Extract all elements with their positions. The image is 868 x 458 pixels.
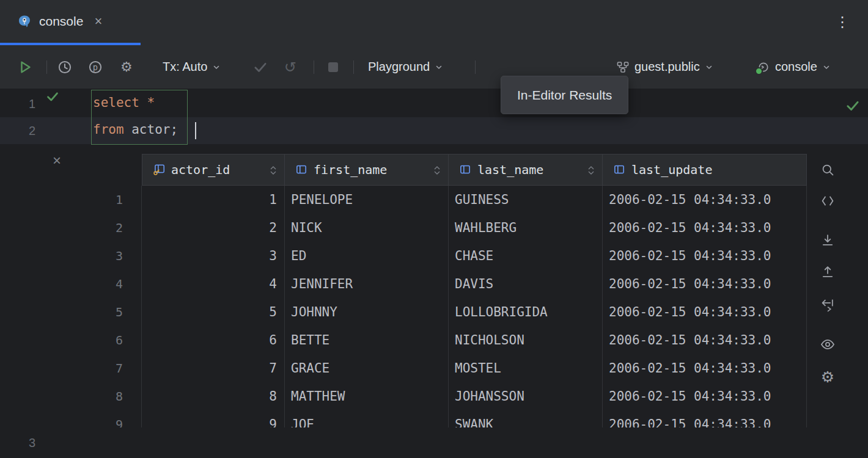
session-selector[interactable]: console (757, 45, 831, 89)
export-data-icon[interactable] (818, 230, 837, 250)
cell-actor-id[interactable]: 5 (142, 298, 285, 326)
row-number[interactable]: 8 (92, 382, 142, 410)
cell-actor-id[interactable]: 1 (142, 186, 285, 214)
cell-last-update[interactable]: 2006-02-15 04:34:33.0 (603, 382, 807, 410)
schema-label: guest.public (634, 60, 700, 74)
rollback-icon[interactable]: ↺ (284, 45, 296, 89)
more-options-icon[interactable]: ⋮ (835, 15, 850, 29)
cell-last-update[interactable]: 2006-02-15 04:34:33.0 (603, 242, 807, 270)
cell-last-update[interactable]: 2006-02-15 04:34:33.0 (603, 186, 807, 214)
cell-last-name[interactable]: NICHOLSON (449, 326, 603, 354)
stop-button[interactable] (328, 45, 338, 89)
row-number[interactable]: 7 (92, 354, 142, 382)
tx-mode-label: Tx: Auto (163, 60, 207, 74)
cell-last-name[interactable]: GUINESS (449, 186, 603, 214)
tx-mode-dropdown[interactable]: Tx: Auto (163, 45, 221, 89)
row-number[interactable]: 1 (92, 186, 142, 214)
schema-selector[interactable]: guest.public (616, 45, 713, 89)
column-header-first-name[interactable]: first_name (285, 154, 449, 186)
cell-actor-id[interactable]: 6 (142, 326, 285, 354)
tab-close-icon[interactable]: × (94, 15, 102, 28)
text-caret (195, 122, 196, 139)
table-row[interactable]: 22NICKWAHLBERG2006-02-15 04:34:33.0 (92, 214, 807, 242)
cell-last-name[interactable]: SWANK (449, 410, 603, 427)
cell-first-name[interactable]: MATTHEW (285, 382, 449, 410)
cell-first-name[interactable]: JENNIFER (285, 270, 449, 298)
history-icon[interactable] (57, 45, 73, 89)
cell-first-name[interactable]: BETTE (285, 326, 449, 354)
statement-success-icon (845, 98, 861, 114)
sort-icon[interactable] (433, 165, 441, 176)
cell-actor-id[interactable]: 4 (142, 270, 285, 298)
row-number[interactable]: 6 (92, 326, 142, 354)
sort-icon[interactable] (270, 165, 277, 176)
cell-last-update[interactable]: 2006-02-15 04:34:33.0 (603, 410, 807, 427)
code-line-1[interactable]: select * (93, 95, 155, 110)
table-row[interactable]: 77GRACEMOSTEL2006-02-15 04:34:33.0 (92, 354, 807, 382)
toolbar-separator (353, 60, 354, 74)
cell-last-name[interactable]: DAVIS (449, 270, 603, 298)
row-number[interactable]: 5 (92, 298, 142, 326)
cell-last-update[interactable]: 2006-02-15 04:34:33.0 (603, 354, 807, 382)
import-data-icon[interactable] (818, 262, 837, 282)
cell-first-name[interactable]: NICK (285, 214, 449, 242)
cell-last-update[interactable]: 2006-02-15 04:34:33.0 (603, 270, 807, 298)
sql-token: * (139, 95, 155, 110)
row-number[interactable]: 3 (92, 242, 142, 270)
cell-actor-id[interactable]: 7 (142, 354, 285, 382)
table-row[interactable]: 99JOESWANK2006-02-15 04:34:33.0 (92, 410, 807, 427)
row-number[interactable]: 4 (92, 270, 142, 298)
table-row[interactable]: 11PENELOPEGUINESS2006-02-15 04:34:33.0 (92, 186, 807, 214)
cell-last-name[interactable]: CHASE (449, 242, 603, 270)
tab-console[interactable]: console × (0, 0, 141, 43)
chevron-down-icon (822, 63, 831, 71)
cell-actor-id[interactable]: 9 (142, 410, 285, 427)
cell-last-name[interactable]: LOLLOBRIGIDA (449, 298, 603, 326)
results-grid-body: 11PENELOPEGUINESS2006-02-15 04:34:33.022… (92, 186, 807, 427)
column-header-last-name[interactable]: last_name (449, 154, 603, 186)
commit-icon[interactable] (252, 45, 268, 89)
table-row[interactable]: 55JOHNNYLOLLOBRIGIDA2006-02-15 04:34:33.… (92, 298, 807, 326)
run-button[interactable] (17, 45, 33, 89)
session-label: console (775, 60, 817, 74)
jdbc-settings-icon[interactable]: ⚙ (120, 45, 133, 89)
cell-last-name[interactable]: WAHLBERG (449, 214, 603, 242)
results-grid-header: actor_id first_name last_name (92, 154, 807, 186)
search-icon[interactable] (818, 160, 837, 180)
chevron-down-icon (435, 63, 443, 71)
column-header-last-update[interactable]: last_update (603, 154, 807, 186)
column-header-actor-id[interactable]: actor_id (142, 154, 285, 186)
console-toolbar: p ⚙ Tx: Auto ↺ Playground guest.public (0, 45, 868, 89)
jump-to-editor-icon[interactable] (818, 295, 837, 314)
cell-first-name[interactable]: GRACE (285, 354, 449, 382)
toolbar-separator (475, 60, 476, 74)
cell-actor-id[interactable]: 8 (142, 382, 285, 410)
profiler-icon[interactable]: p (87, 45, 103, 89)
cell-last-name[interactable]: MOSTEL (449, 354, 603, 382)
table-row[interactable]: 44JENNIFERDAVIS2006-02-15 04:34:33.0 (92, 270, 807, 298)
sort-icon[interactable] (587, 165, 595, 176)
close-results-icon[interactable]: × (53, 153, 61, 168)
row-number[interactable]: 2 (92, 214, 142, 242)
cell-first-name[interactable]: JOHNNY (285, 298, 449, 326)
header-gutter (92, 154, 142, 186)
view-brackets-icon[interactable] (818, 191, 837, 211)
cell-last-name[interactable]: JOHANSSON (449, 382, 603, 410)
cell-first-name[interactable]: ED (285, 242, 449, 270)
cell-last-update[interactable]: 2006-02-15 04:34:33.0 (603, 326, 807, 354)
cell-first-name[interactable]: JOE (285, 410, 449, 427)
cell-first-name[interactable]: PENELOPE (285, 186, 449, 214)
grid-settings-icon[interactable]: ⚙ (818, 367, 837, 387)
cell-last-update[interactable]: 2006-02-15 04:34:33.0 (603, 214, 807, 242)
code-line-2[interactable]: from actor; (93, 122, 178, 137)
row-number[interactable]: 9 (92, 410, 142, 427)
playground-dropdown[interactable]: Playground (368, 45, 443, 89)
cell-actor-id[interactable]: 3 (142, 242, 285, 270)
table-row[interactable]: 66BETTENICHOLSON2006-02-15 04:34:33.0 (92, 326, 807, 354)
cell-actor-id[interactable]: 2 (142, 214, 285, 242)
table-row[interactable]: 88MATTHEWJOHANSSON2006-02-15 04:34:33.0 (92, 382, 807, 410)
console-session-icon (757, 60, 770, 74)
preview-eye-icon[interactable] (818, 335, 837, 354)
table-row[interactable]: 33EDCHASE2006-02-15 04:34:33.0 (92, 242, 807, 270)
cell-last-update[interactable]: 2006-02-15 04:34:33.0 (603, 298, 807, 326)
